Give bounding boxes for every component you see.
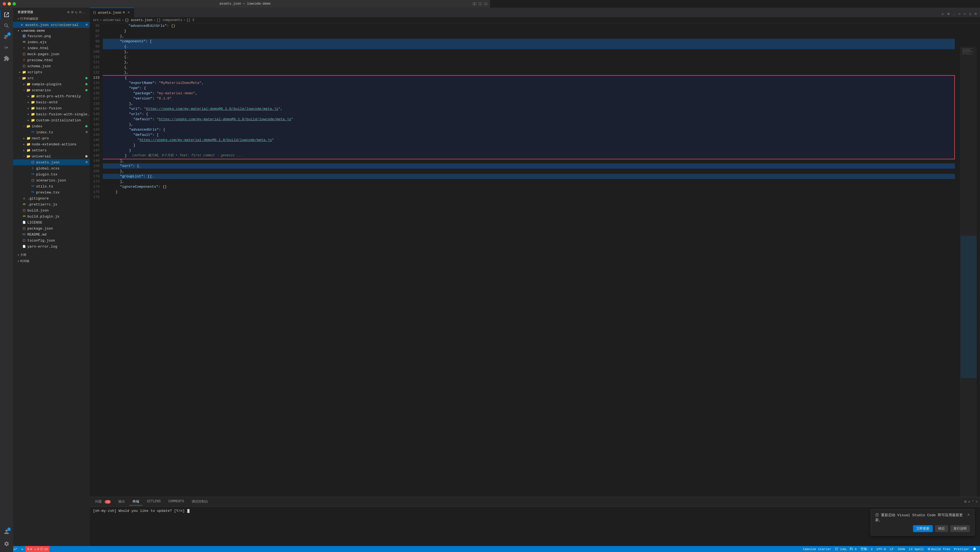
- new-file-icon[interactable]: ⊕: [67, 10, 70, 14]
- titlebar-right-controls: [473, 2, 487, 5]
- list-item[interactable]: {} assets.json M: [13, 159, 90, 165]
- list-item[interactable]: ▶ 📁 basic-antd: [13, 99, 90, 105]
- code-line-148: } LeoYuan 戴力斌, 6个月前 • feat: first commit…: [103, 153, 490, 158]
- breadcrumb-components[interactable]: [] components: [157, 18, 182, 22]
- file-icon: JS: [22, 214, 26, 219]
- code-line-170: "groupList": [{…: [103, 174, 490, 179]
- list-item[interactable]: ▶ 📁 basic-fusion: [13, 105, 90, 111]
- minimize-button[interactable]: [8, 2, 11, 5]
- file-icon: {}: [30, 178, 35, 182]
- list-item[interactable]: H index.html: [13, 45, 90, 51]
- sidebar-more-icon[interactable]: …: [83, 10, 85, 14]
- collapse-all-icon[interactable]: ⊟: [79, 10, 81, 14]
- source-control-activity-icon[interactable]: 3: [2, 32, 11, 41]
- list-item[interactable]: ▶ 📁 scripts: [13, 69, 90, 75]
- open-editor-item[interactable]: ⊙ assets.json src/universal M: [13, 22, 90, 28]
- breadcrumb-assets-json[interactable]: {} assets.json: [125, 18, 153, 22]
- file-icon: TS: [30, 184, 35, 189]
- layout-icon[interactable]: [473, 2, 476, 5]
- run-activity-icon[interactable]: [2, 43, 11, 52]
- folder-icon: 📁: [30, 94, 35, 98]
- git-status-dot: [85, 125, 88, 127]
- folder-icon: 📁: [26, 82, 30, 86]
- list-item[interactable]: JS .prettierrc.js: [13, 201, 90, 208]
- code-line-122: {…: [103, 65, 490, 70]
- maximize-button[interactable]: [13, 2, 16, 5]
- tree-arrow: ▶: [26, 119, 30, 122]
- list-item[interactable]: 🖼 favicon.png: [13, 33, 90, 39]
- list-item[interactable]: {} schema.json: [13, 63, 90, 69]
- list-item[interactable]: ▾ 📂 scenarios: [13, 87, 90, 93]
- sidebar-header: 资源管理器 ⊕ ⊞ ↻ ⊟ …: [13, 8, 90, 16]
- folder-icon: 📁: [30, 100, 35, 105]
- code-line-138: },: [103, 101, 490, 106]
- code-line-137: "version": "0.1.0": [103, 96, 490, 101]
- breadcrumb-src[interactable]: src: [93, 18, 99, 22]
- outline-section[interactable]: 大纲: [13, 252, 90, 258]
- list-item[interactable]: 📄 yarn-error.log: [13, 243, 90, 249]
- list-item[interactable]: ▾ 📂 index: [13, 123, 90, 129]
- editor-tab-assets-json[interactable]: {} assets.json M ×: [90, 8, 134, 17]
- tab-bar: {} assets.json M × ▷ ⊞ … ↩ ↪ ± ⊡: [90, 8, 490, 17]
- open-editors-list: ⊙ assets.json src/universal M: [13, 22, 90, 28]
- list-item[interactable]: ⚙ .gitignore: [13, 195, 90, 201]
- open-editor-filename: assets.json src/universal: [25, 23, 86, 27]
- list-item[interactable]: TS utils.ts: [13, 183, 90, 189]
- editor-area: 95 96 97 98 99 109 110 121 122 132 133 1…: [90, 23, 490, 276]
- tree-arrow: ▶: [22, 83, 26, 86]
- search-activity-icon[interactable]: [2, 21, 11, 31]
- list-item[interactable]: ▶ 📁 custom-initialization: [13, 117, 90, 123]
- breadcrumb-universal[interactable]: universal: [103, 18, 121, 22]
- list-item[interactable]: ▾ 📂 src: [13, 75, 90, 81]
- folder-icon: 📁: [26, 136, 30, 140]
- timeline-section[interactable]: 时间轴: [13, 258, 90, 264]
- file-icon: H: [22, 46, 26, 50]
- list-item[interactable]: JS index.ejs: [13, 39, 90, 45]
- refresh-icon[interactable]: ↻: [75, 10, 77, 14]
- list-item[interactable]: JS build.plugin.js: [13, 213, 90, 219]
- file-icon: S: [30, 166, 35, 171]
- list-item[interactable]: {} package.json: [13, 225, 90, 232]
- code-line-143: "advancedUrls": {: [103, 127, 490, 132]
- list-item[interactable]: TS index.ts M: [13, 129, 90, 135]
- file-icon: {}: [22, 64, 26, 68]
- list-item[interactable]: {} build.json: [13, 208, 90, 213]
- split-icon[interactable]: [479, 2, 482, 5]
- list-item[interactable]: ▶ 📁 next-pro: [13, 135, 90, 141]
- code-editor[interactable]: "advancedEditUrls": {} } }, "components"…: [103, 23, 490, 276]
- code-line-173: ],: [103, 179, 490, 184]
- list-item[interactable]: ▶ 📁 sample-plugins: [13, 81, 90, 87]
- tree-arrow: ▾: [22, 89, 26, 92]
- folder-icon: 📁: [30, 118, 35, 122]
- list-item[interactable]: {} tsconfig.json: [13, 238, 90, 243]
- breadcrumb-3[interactable]: {} 3: [186, 18, 194, 22]
- code-line-149: ],: [103, 158, 490, 163]
- list-item[interactable]: H preview.html: [13, 57, 90, 63]
- list-item[interactable]: 📄 LICENSE: [13, 219, 90, 225]
- explorer-activity-icon[interactable]: [2, 10, 11, 20]
- list-item[interactable]: TS plugin.tsx: [13, 171, 90, 178]
- svg-rect-1: [475, 2, 476, 5]
- list-item[interactable]: ▶ 📁 basic-fusion-with-single-component: [13, 111, 90, 117]
- close-button[interactable]: [3, 2, 6, 5]
- tree-arrow: ▶: [18, 71, 22, 74]
- folder-icon: 📁: [30, 112, 35, 116]
- list-item[interactable]: ▾ 📂 universal: [13, 153, 90, 159]
- list-item[interactable]: TS preview.tsx: [13, 189, 90, 195]
- panel-icon[interactable]: [484, 2, 487, 5]
- list-item[interactable]: {} mock-pages.json: [13, 51, 90, 57]
- code-line-150: "sort": {…: [103, 163, 490, 169]
- open-editors-section[interactable]: 打开的编辑器: [13, 16, 90, 22]
- list-item[interactable]: ▶ 📁 antd-pro-with-formily: [13, 93, 90, 99]
- list-item[interactable]: ▶ 📁 node-extended-actions: [13, 141, 90, 147]
- tree-arrow: ▶: [26, 113, 30, 116]
- project-section[interactable]: ▾ LOWCODE-DEMO: [13, 28, 90, 33]
- list-item[interactable]: MD README.md: [13, 232, 90, 238]
- list-item[interactable]: {} scenarios.json: [13, 178, 90, 183]
- code-line-169: },: [103, 169, 490, 174]
- list-item[interactable]: S global.scss: [13, 165, 90, 171]
- tab-close-button[interactable]: ×: [126, 10, 131, 15]
- new-folder-icon[interactable]: ⊞: [71, 10, 73, 14]
- extensions-activity-icon[interactable]: [2, 54, 11, 63]
- list-item[interactable]: ▶ 📁 setters: [13, 147, 90, 153]
